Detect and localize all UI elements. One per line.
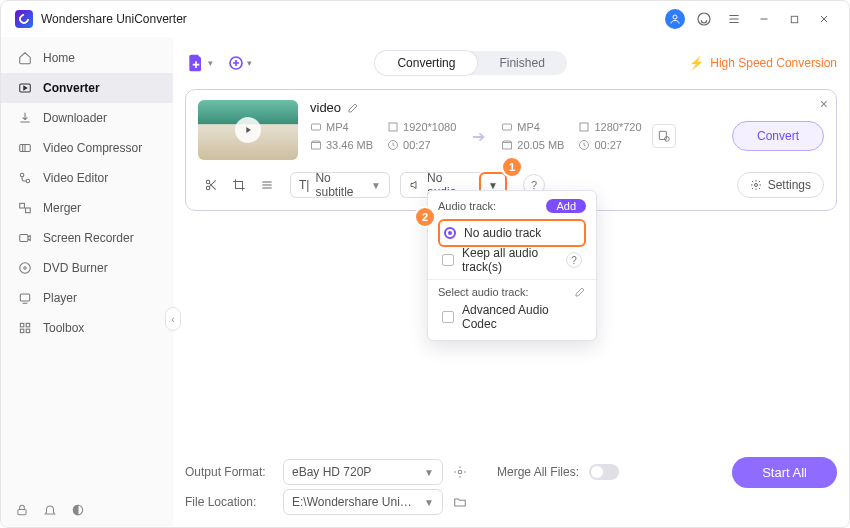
merge-label: Merge All Files: (497, 465, 579, 479)
popup-header: Audio track: (438, 200, 496, 212)
callout-badge-2: 2 (416, 208, 434, 226)
video-card: × video MP4 1920*1080 33.46 MB 00:27 (185, 89, 837, 211)
video-thumbnail (198, 100, 298, 160)
sidebar-item-label: Player (43, 291, 77, 305)
help-icon[interactable]: ? (566, 252, 582, 268)
svg-rect-14 (26, 323, 30, 327)
file-location-label: File Location: (185, 495, 273, 509)
sidebar-item-home[interactable]: Home (1, 43, 173, 73)
start-all-button[interactable]: Start All (732, 457, 837, 488)
sidebar-item-toolbox[interactable]: Toolbox (1, 313, 173, 343)
sidebar-item-compressor[interactable]: Video Compressor (1, 133, 173, 163)
titlebar: Wondershare UniConverter (1, 1, 849, 37)
maximize-icon[interactable] (783, 8, 805, 30)
app-title: Wondershare UniConverter (41, 12, 187, 26)
chevron-down-icon: ▼ (424, 467, 434, 478)
radio-icon (444, 227, 456, 239)
sidebar-item-label: Toolbox (43, 321, 84, 335)
callout-badge-1: 1 (503, 158, 521, 176)
svg-point-27 (664, 137, 669, 142)
user-icon[interactable] (665, 9, 685, 29)
crop-icon[interactable] (232, 178, 246, 192)
svg-point-6 (26, 179, 30, 183)
svg-point-31 (458, 470, 462, 474)
toolbox-icon (17, 320, 33, 336)
svg-rect-9 (20, 235, 28, 242)
theme-icon[interactable] (71, 503, 85, 517)
arrow-icon: ➔ (466, 127, 491, 146)
sidebar-item-player[interactable]: Player (1, 283, 173, 313)
svg-rect-16 (26, 329, 30, 333)
dvd-icon (17, 260, 33, 276)
settings-button[interactable]: Settings (737, 172, 824, 198)
support-icon[interactable] (693, 8, 715, 30)
svg-rect-17 (18, 509, 26, 514)
svg-point-5 (20, 173, 24, 177)
svg-point-10 (20, 263, 31, 274)
add-url-button[interactable]: ▾ (225, 49, 253, 77)
home-icon (17, 50, 33, 66)
gear-icon (750, 179, 762, 191)
sidebar-item-label: DVD Burner (43, 261, 108, 275)
tab-finished[interactable]: Finished (477, 51, 566, 75)
toolbar: ▾ ▾ Converting Finished ⚡High Speed Conv… (185, 45, 837, 81)
sidebar-collapse[interactable]: ‹ (165, 307, 181, 331)
subtitle-select[interactable]: T|No subtitle▼ (290, 172, 390, 198)
option-advanced-codec[interactable]: Advanced Audio Codec (438, 304, 586, 330)
sidebar-item-label: Video Compressor (43, 141, 142, 155)
option-keep-all-tracks[interactable]: Keep all audio track(s)? (438, 247, 586, 273)
add-audio-button[interactable]: Add (546, 199, 586, 213)
svg-rect-8 (26, 208, 31, 213)
svg-rect-24 (580, 123, 588, 131)
sidebar-item-label: Merger (43, 201, 81, 215)
sidebar-item-editor[interactable]: Video Editor (1, 163, 173, 193)
play-icon[interactable] (235, 117, 261, 143)
sidebar-item-label: Home (43, 51, 75, 65)
svg-rect-12 (20, 294, 29, 301)
convert-button[interactable]: Convert (732, 121, 824, 151)
sidebar-item-label: Video Editor (43, 171, 108, 185)
sidebar-item-label: Converter (43, 81, 100, 95)
card-close-icon[interactable]: × (820, 96, 828, 112)
open-folder-icon[interactable] (453, 495, 467, 509)
status-tabs: Converting Finished (375, 51, 566, 75)
sidebar-item-dvd[interactable]: DVD Burner (1, 253, 173, 283)
svg-point-30 (754, 184, 757, 187)
sidebar-item-converter[interactable]: Converter (1, 73, 173, 103)
effect-icon[interactable] (260, 178, 274, 192)
option-no-audio-track[interactable]: No audio track (438, 219, 586, 247)
svg-rect-13 (20, 323, 24, 327)
player-icon (17, 290, 33, 306)
lock-icon[interactable] (15, 503, 29, 517)
close-icon[interactable] (813, 8, 835, 30)
audio-track-popup: Audio track:Add No audio track Keep all … (427, 190, 597, 341)
file-location-select[interactable]: E:\Wondershare UniConverter▼ (283, 489, 443, 515)
rename-icon[interactable] (347, 102, 359, 114)
trim-icon[interactable] (204, 178, 218, 192)
output-gear-icon[interactable] (453, 465, 467, 479)
edit-track-icon[interactable] (574, 286, 586, 298)
sidebar: Home Converter Downloader Video Compress… (1, 37, 173, 527)
svg-rect-21 (389, 123, 397, 131)
minimize-icon[interactable] (753, 8, 775, 30)
merge-toggle[interactable] (589, 464, 619, 480)
editor-icon (17, 170, 33, 186)
sidebar-item-recorder[interactable]: Screen Recorder (1, 223, 173, 253)
video-name: video (310, 100, 341, 115)
converter-icon (17, 80, 33, 96)
menu-icon[interactable] (723, 8, 745, 30)
add-file-button[interactable]: ▾ (185, 49, 213, 77)
sidebar-item-downloader[interactable]: Downloader (1, 103, 173, 133)
download-icon (17, 110, 33, 126)
speaker-icon (409, 179, 421, 191)
output-settings-icon[interactable] (652, 124, 676, 148)
sidebar-item-label: Downloader (43, 111, 107, 125)
tab-converting[interactable]: Converting (375, 51, 477, 75)
svg-rect-2 (791, 16, 797, 22)
high-speed-conversion[interactable]: ⚡High Speed Conversion (689, 56, 837, 70)
output-format-select[interactable]: eBay HD 720P▼ (283, 459, 443, 485)
select-track-label: Select audio track: (438, 286, 529, 298)
sidebar-item-merger[interactable]: Merger (1, 193, 173, 223)
bell-icon[interactable] (43, 503, 57, 517)
checkbox-icon (442, 254, 454, 266)
